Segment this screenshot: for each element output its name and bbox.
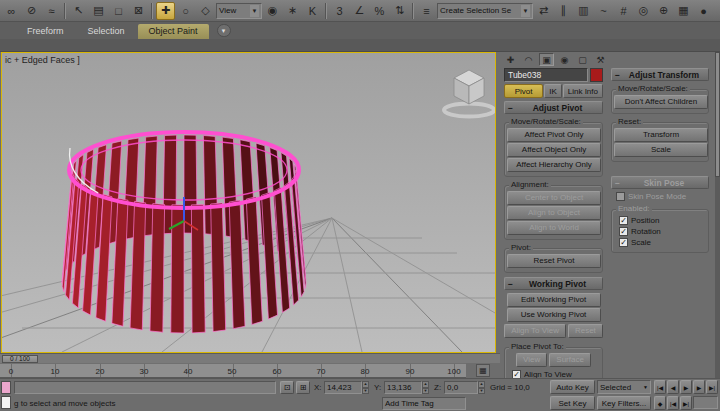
layer-manager-icon[interactable]: ▥	[574, 2, 593, 20]
track-bar[interactable]: 0 10 20 30 40 50 60 70 80 90 100	[0, 363, 466, 378]
tab-freeform[interactable]: Freeform	[16, 24, 75, 39]
align-to-view-button[interactable]: Align To View	[504, 324, 566, 338]
pivot-mode-button[interactable]: Pivot	[504, 84, 543, 98]
surface-button[interactable]: Surface	[549, 353, 591, 367]
spinner-down-icon[interactable]	[362, 388, 369, 395]
use-working-pivot-button[interactable]: Use Working Pivot	[507, 308, 601, 322]
next-frame-button[interactable]: ▶	[693, 380, 705, 394]
edit-working-pivot-button[interactable]: Edit Working Pivot	[507, 293, 601, 307]
z-coordinate-field[interactable]: 0,0	[444, 381, 478, 394]
dont-affect-children-button[interactable]: Don't Affect Children	[614, 95, 708, 109]
spinner-down-icon[interactable]	[478, 388, 485, 395]
goto-end-button[interactable]: ▶|	[706, 380, 718, 394]
y-coordinate-field[interactable]: 13,136	[384, 381, 422, 394]
align-to-object-button[interactable]: Align to Object	[507, 206, 601, 220]
select-and-move-icon[interactable]: ✚	[156, 2, 175, 20]
transform-button[interactable]: Transform	[614, 128, 708, 142]
checkbox-checked-icon[interactable]	[619, 216, 628, 225]
tab-selection[interactable]: Selection	[77, 24, 136, 39]
modify-tab-icon[interactable]: ◠	[521, 53, 536, 66]
reference-coordinate-dropdown[interactable]: View	[216, 3, 262, 19]
goto-start-button[interactable]: |◀	[654, 380, 666, 394]
scale-checkbox-row[interactable]: Scale	[619, 238, 706, 247]
named-selection-sets-icon[interactable]: ≡	[417, 2, 436, 20]
skin-pose-mode-checkbox-row[interactable]: Skin Pose Mode	[616, 192, 709, 201]
object-name-field[interactable]: Tube038	[504, 68, 588, 82]
center-to-object-button[interactable]: Center to Object	[507, 191, 601, 205]
auto-key-button[interactable]: Auto Key	[550, 380, 595, 394]
bind-to-space-warp-icon[interactable]: ≈	[42, 2, 61, 20]
affect-object-only-button[interactable]: Affect Object Only	[507, 143, 601, 157]
reset-button[interactable]: Reset	[568, 324, 603, 338]
z-spinner[interactable]	[478, 381, 485, 394]
position-checkbox-row[interactable]: Position	[619, 216, 706, 225]
utilities-tab-icon[interactable]: ⚒	[593, 53, 608, 66]
curve-editor-icon[interactable]: ~	[594, 2, 613, 20]
mirror-icon[interactable]: ⇄	[534, 2, 553, 20]
x-coordinate-field[interactable]: 14,423	[324, 381, 362, 394]
set-key-filter-dropdown[interactable]: Selected	[597, 380, 651, 394]
goto-end-time-button[interactable]: ▶|	[680, 396, 692, 410]
unlink-selection-icon[interactable]: ⊘	[22, 2, 41, 20]
open-mini-curve-editor-button[interactable]: ▦	[476, 364, 490, 377]
set-key-button[interactable]: Set Key	[550, 396, 595, 410]
maxscript-mini-listener-pink[interactable]	[1, 381, 11, 394]
adjust-pivot-rollout-header[interactable]: Adjust Pivot	[504, 101, 603, 114]
working-pivot-rollout-header[interactable]: Working Pivot	[504, 277, 603, 290]
display-tab-icon[interactable]: ▢	[575, 53, 590, 66]
key-filters-button[interactable]: Key Filters...	[597, 396, 651, 410]
create-tab-icon[interactable]: ✚	[503, 53, 518, 66]
tab-object-paint[interactable]: Object Paint	[138, 24, 209, 39]
time-slider-handle[interactable]: 0 / 100	[2, 355, 38, 363]
link-info-mode-button[interactable]: Link Info	[563, 84, 603, 98]
viewport[interactable]: ic + Edged Faces ]	[1, 52, 496, 353]
checkbox-checked-icon[interactable]	[619, 238, 628, 247]
select-object-icon[interactable]: ↖	[69, 2, 88, 20]
skin-pose-rollout-header[interactable]: Skin Pose	[611, 176, 709, 189]
adjust-transform-rollout-header[interactable]: Adjust Transform	[611, 68, 709, 81]
checkbox-checked-icon[interactable]	[619, 227, 628, 236]
view-button[interactable]: View	[516, 353, 547, 367]
ribbon-options-button[interactable]: ▼	[217, 24, 231, 37]
percent-snap-icon[interactable]: %	[370, 2, 389, 20]
material-editor-icon[interactable]: ◎	[634, 2, 653, 20]
spinner-snap-icon[interactable]: ⇅	[390, 2, 409, 20]
render-setup-icon[interactable]: ⊕	[654, 2, 673, 20]
viewport-canvas[interactable]	[2, 53, 495, 352]
scrollbar-thumb[interactable]	[715, 52, 720, 177]
key-mode-toggle[interactable]: ◆	[654, 396, 666, 410]
affect-hierarchy-only-button[interactable]: Affect Hierarchy Only	[507, 158, 601, 172]
checkbox-icon[interactable]	[616, 192, 625, 201]
select-and-rotate-icon[interactable]: ○	[176, 2, 195, 20]
previous-frame-button[interactable]: ◀	[667, 380, 679, 394]
object-color-swatch[interactable]	[590, 68, 603, 82]
render-production-icon[interactable]: ●	[694, 2, 713, 20]
reset-pivot-button[interactable]: Reset Pivot	[507, 254, 601, 268]
use-pivot-center-icon[interactable]: ◉	[263, 2, 282, 20]
time-slider[interactable]: 0 / 100	[0, 353, 500, 363]
x-spinner[interactable]	[362, 381, 369, 394]
select-by-name-icon[interactable]: ▤	[89, 2, 108, 20]
maxscript-mini-listener-white[interactable]	[1, 396, 11, 409]
goto-start-time-button[interactable]: |◀	[667, 396, 679, 410]
select-and-link-icon[interactable]: ∞	[2, 2, 21, 20]
absolute-mode-toggle[interactable]: ⊞	[296, 381, 310, 394]
align-to-world-button[interactable]: Align to World	[507, 221, 601, 235]
affect-pivot-only-button[interactable]: Affect Pivot Only	[507, 128, 601, 142]
selection-region-icon[interactable]: □	[109, 2, 128, 20]
viewport-label[interactable]: ic + Edged Faces ]	[5, 55, 80, 65]
named-selection-set-dropdown[interactable]: Create Selection Se	[437, 3, 533, 19]
select-and-scale-icon[interactable]: ◇	[196, 2, 215, 20]
y-spinner[interactable]	[422, 381, 429, 394]
add-time-tag-field[interactable]: Add Time Tag	[382, 397, 466, 410]
play-button[interactable]: ▶	[680, 380, 692, 394]
ik-mode-button[interactable]: IK	[544, 84, 562, 98]
schematic-view-icon[interactable]: #	[614, 2, 633, 20]
keyboard-override-icon[interactable]: K	[303, 2, 322, 20]
angle-snap-icon[interactable]: ∠	[350, 2, 369, 20]
scale-button[interactable]: Scale	[614, 143, 708, 157]
rotation-checkbox-row[interactable]: Rotation	[619, 227, 706, 236]
select-and-manipulate-icon[interactable]: ∗	[283, 2, 302, 20]
current-frame-field[interactable]	[693, 396, 718, 409]
hierarchy-tab-icon[interactable]: ▣	[539, 53, 554, 66]
